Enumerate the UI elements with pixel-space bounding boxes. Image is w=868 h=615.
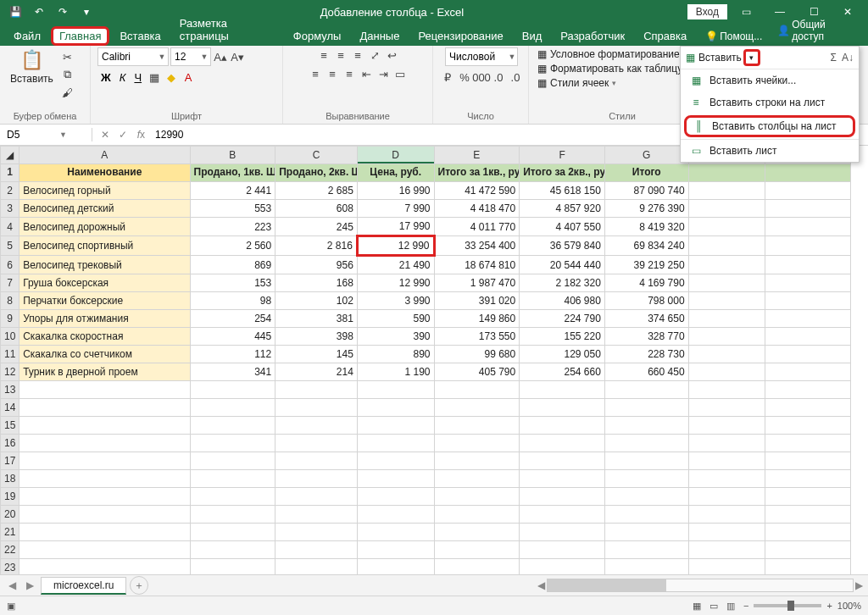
cell[interactable]: 4 407 550 bbox=[520, 218, 605, 236]
row-header[interactable]: 19 bbox=[1, 488, 19, 506]
cell[interactable]: 145 bbox=[275, 346, 358, 363]
cell[interactable]: 406 980 bbox=[520, 292, 605, 310]
cell[interactable] bbox=[275, 381, 358, 399]
tab-layout[interactable]: Разметка страницы bbox=[171, 14, 283, 46]
row-header[interactable]: 7 bbox=[1, 274, 19, 292]
copy-icon[interactable]: ⧉ bbox=[60, 67, 75, 82]
dec-decimal-icon[interactable]: .0 bbox=[508, 69, 523, 85]
sheet-nav-prev-icon[interactable]: ◀ bbox=[5, 579, 19, 591]
row-header[interactable]: 5 bbox=[1, 236, 19, 256]
cell[interactable]: 390 bbox=[357, 328, 434, 346]
table-header[interactable]: Продано, 1кв. Шт. bbox=[190, 164, 275, 182]
cell[interactable]: 254 660 bbox=[520, 363, 605, 381]
insert-dropdown-arrow[interactable]: ▾ bbox=[743, 49, 760, 66]
indent-inc-icon[interactable]: ⇥ bbox=[376, 66, 391, 81]
cell[interactable] bbox=[434, 452, 520, 470]
row-header[interactable]: 18 bbox=[1, 470, 19, 488]
cell[interactable] bbox=[604, 506, 688, 524]
cell[interactable]: 445 bbox=[190, 328, 275, 346]
cell[interactable]: 4 011 770 bbox=[434, 218, 520, 236]
cell[interactable] bbox=[434, 399, 520, 417]
zoom-value[interactable]: 100% bbox=[837, 601, 861, 611]
cell[interactable]: 381 bbox=[275, 310, 358, 328]
cell[interactable] bbox=[688, 274, 765, 292]
row-header[interactable]: 15 bbox=[1, 417, 19, 435]
cell[interactable] bbox=[765, 363, 851, 381]
add-sheet-button[interactable]: ＋ bbox=[130, 576, 148, 595]
cell[interactable] bbox=[765, 435, 851, 452]
cell[interactable]: 254 bbox=[190, 310, 275, 328]
table-header[interactable]: Итого за 2кв., руб. bbox=[520, 164, 605, 182]
cell[interactable]: Турник в дверной проем bbox=[19, 363, 190, 381]
cell[interactable] bbox=[604, 399, 688, 417]
cell[interactable] bbox=[190, 435, 275, 452]
zoom-control[interactable]: − + 100% bbox=[743, 601, 861, 611]
grow-font-icon[interactable]: A▴ bbox=[213, 49, 228, 64]
cell[interactable]: Скакалка скоростная bbox=[19, 328, 190, 346]
cell[interactable] bbox=[765, 559, 851, 575]
cell[interactable] bbox=[688, 470, 765, 488]
cell[interactable] bbox=[604, 435, 688, 452]
row-header[interactable]: 9 bbox=[1, 310, 19, 328]
row-header[interactable]: 20 bbox=[1, 506, 19, 524]
cell[interactable] bbox=[275, 488, 358, 506]
cell[interactable] bbox=[765, 346, 851, 363]
align-center-icon[interactable]: ≡ bbox=[325, 66, 340, 81]
undo-qat-icon[interactable]: ↶ bbox=[29, 2, 49, 22]
zoom-slider[interactable] bbox=[754, 604, 821, 607]
cell[interactable] bbox=[765, 200, 851, 218]
insert-sheet-item[interactable]: ▭Вставить лист bbox=[681, 139, 859, 162]
cell[interactable] bbox=[688, 541, 765, 559]
redo-qat-icon[interactable]: ↷ bbox=[53, 2, 73, 22]
record-macro-icon[interactable]: ▣ bbox=[7, 601, 15, 612]
align-middle-icon[interactable]: ≡ bbox=[333, 47, 348, 63]
cell[interactable]: 1 190 bbox=[357, 363, 434, 381]
table-header[interactable]: Цена, руб. bbox=[357, 164, 434, 182]
cell[interactable]: 391 020 bbox=[434, 292, 520, 310]
tab-data[interactable]: Данные bbox=[351, 26, 408, 46]
cell[interactable]: 2 182 320 bbox=[520, 274, 605, 292]
cell[interactable]: 405 790 bbox=[434, 363, 520, 381]
cell[interactable] bbox=[275, 541, 358, 559]
horizontal-scrollbar[interactable]: ◀ ▶ bbox=[537, 579, 863, 592]
cell[interactable]: 2 441 bbox=[190, 182, 275, 200]
cell[interactable] bbox=[357, 541, 434, 559]
number-format-combo[interactable]: ▼ bbox=[445, 47, 518, 66]
comma-icon[interactable]: 000 bbox=[474, 69, 489, 85]
cell[interactable]: 3 990 bbox=[357, 292, 434, 310]
cell[interactable]: 99 680 bbox=[434, 346, 520, 363]
cell[interactable] bbox=[765, 381, 851, 399]
cell[interactable]: 87 090 740 bbox=[604, 182, 688, 200]
cell[interactable] bbox=[520, 417, 605, 435]
cell[interactable] bbox=[190, 506, 275, 524]
cell[interactable] bbox=[190, 524, 275, 541]
cell[interactable] bbox=[520, 541, 605, 559]
align-left-icon[interactable]: ≡ bbox=[308, 66, 323, 81]
cell[interactable] bbox=[357, 452, 434, 470]
cell[interactable]: 9 276 390 bbox=[604, 200, 688, 218]
cell[interactable]: Груша боксерская bbox=[19, 274, 190, 292]
cell[interactable]: 398 bbox=[275, 328, 358, 346]
cell[interactable]: 590 bbox=[357, 310, 434, 328]
cell[interactable] bbox=[357, 470, 434, 488]
cell[interactable] bbox=[19, 524, 190, 541]
fill-color-icon[interactable]: ◆ bbox=[164, 70, 179, 86]
font-color-icon[interactable]: A bbox=[181, 70, 196, 86]
table-header[interactable]: Наименование bbox=[19, 164, 190, 182]
save-qat-icon[interactable]: 💾 bbox=[5, 2, 25, 22]
row-header[interactable]: 14 bbox=[1, 399, 19, 417]
cell[interactable]: 153 bbox=[190, 274, 275, 292]
login-button[interactable]: Вход bbox=[687, 4, 727, 19]
col-D[interactable]: D bbox=[357, 147, 434, 164]
cell[interactable] bbox=[275, 435, 358, 452]
row-header[interactable]: 16 bbox=[1, 435, 19, 452]
cut-icon[interactable]: ✂ bbox=[60, 49, 75, 64]
cell[interactable] bbox=[357, 381, 434, 399]
cell[interactable] bbox=[190, 559, 275, 575]
cell[interactable] bbox=[688, 200, 765, 218]
view-pagebreak-icon[interactable]: ▥ bbox=[726, 601, 735, 612]
cell[interactable]: 214 bbox=[275, 363, 358, 381]
cell[interactable] bbox=[520, 381, 605, 399]
cell[interactable] bbox=[19, 435, 190, 452]
row-header[interactable]: 17 bbox=[1, 452, 19, 470]
